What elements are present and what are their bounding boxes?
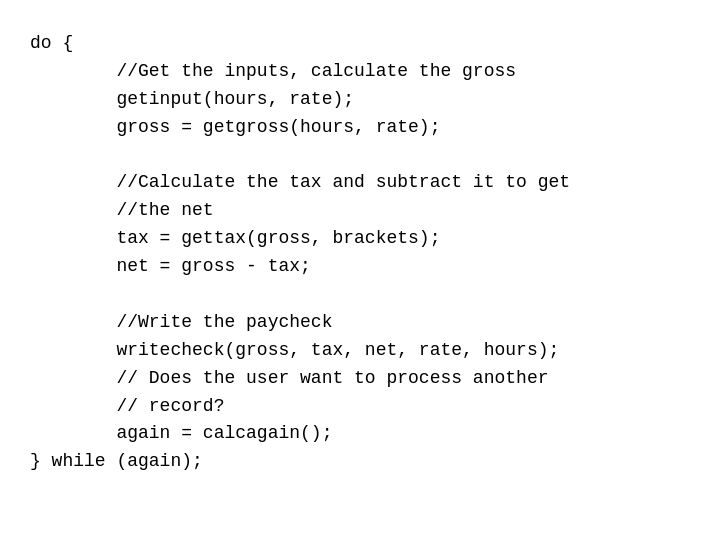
code-display: do { //Get the inputs, calculate the gro… bbox=[0, 0, 720, 506]
